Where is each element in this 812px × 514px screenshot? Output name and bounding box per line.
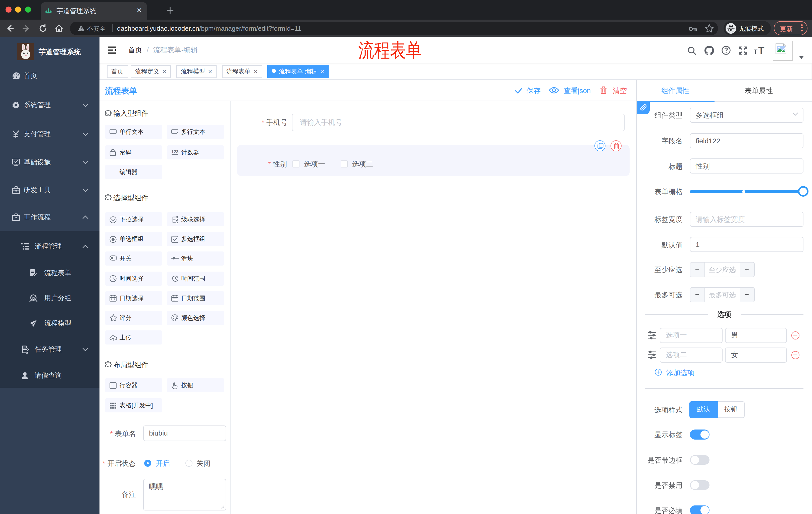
svg-text:123: 123 xyxy=(171,150,178,154)
